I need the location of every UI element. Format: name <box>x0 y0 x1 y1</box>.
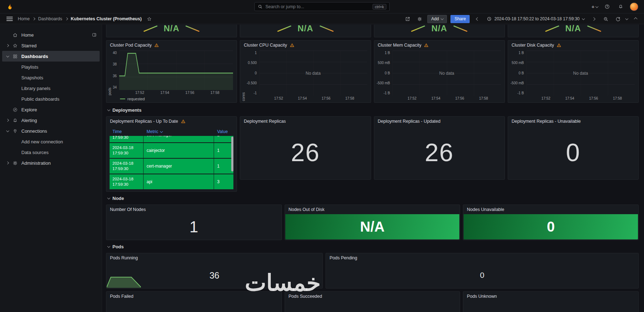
warning-icon[interactable] <box>556 43 561 48</box>
time-forward-button[interactable] <box>589 15 598 23</box>
favorite-star-icon[interactable] <box>145 15 153 23</box>
section-label: Node <box>112 196 124 201</box>
panel-pods-pending: Pods Pending 0 <box>326 253 639 289</box>
panel-title[interactable]: Cluster Mem Capacity <box>378 43 422 48</box>
add-button[interactable]: Add <box>427 15 447 23</box>
sidebar-item-label: Alerting <box>21 118 37 123</box>
table-row: 2024-03-18 17:59:30 cert-manager 1 <box>110 136 233 143</box>
section-header-deployments[interactable]: Deployments <box>107 106 639 114</box>
new-menu-button[interactable]: + <box>591 4 598 10</box>
sidebar-item-administration[interactable]: Administration <box>2 158 100 168</box>
chevron-right-icon <box>65 17 68 20</box>
panel-title[interactable]: Pods Running <box>110 255 138 260</box>
warning-icon[interactable] <box>424 43 429 48</box>
panel-title[interactable]: Pods Failed <box>110 294 133 299</box>
panel-title[interactable]: Deployment Replicas - Updated <box>378 119 440 124</box>
zoom-out-button[interactable] <box>601 15 610 23</box>
chart-plot-area[interactable]: No data <box>527 51 635 96</box>
dashboard-settings-gear-icon[interactable] <box>415 15 424 23</box>
warning-icon[interactable] <box>290 43 295 48</box>
warning-icon[interactable] <box>181 119 186 124</box>
export-icon[interactable] <box>403 15 412 23</box>
notifications-bell-button[interactable] <box>616 2 625 11</box>
stat-value: N/A <box>164 25 179 33</box>
stat-panel-na-3: N/A <box>374 25 505 37</box>
sidebar-item-library-panels[interactable]: Library panels <box>2 83 100 94</box>
sidebar-item-public-dashboards[interactable]: Public dashboards <box>2 94 100 104</box>
sidebar-item-label: Snapshots <box>21 75 43 80</box>
help-button[interactable] <box>603 2 611 11</box>
sidebar-item-label: Dashboards <box>21 54 48 59</box>
table-header-row: Time Metric Value <box>110 127 233 136</box>
refresh-interval-dropdown[interactable] <box>625 17 628 20</box>
sidebar-item-label: Public dashboards <box>21 96 59 102</box>
panel-title[interactable]: Nodes Unavailable <box>467 207 504 212</box>
panel-title[interactable]: Deployment Replicas - Unavailable <box>512 119 581 124</box>
chevron-right-icon <box>6 162 9 164</box>
chevron-down-icon <box>6 129 9 132</box>
user-avatar[interactable] <box>630 2 638 11</box>
dock-menu-icon[interactable] <box>92 32 97 37</box>
sidebar-item-playlists[interactable]: Playlists <box>2 62 100 72</box>
panel-title[interactable]: Pods Unknown <box>467 294 497 299</box>
stat-value: N/A <box>431 25 447 33</box>
column-header-time[interactable]: Time <box>110 129 144 134</box>
search-input[interactable]: Search or jump to... ctrl+k <box>254 2 390 11</box>
collapse-toolbar-button[interactable] <box>631 15 640 23</box>
panel-title[interactable]: Number Of Nodes <box>110 207 146 212</box>
sidebar-item-connections[interactable]: Connections <box>2 126 100 136</box>
stat-panel-na-1: N/A <box>106 25 237 37</box>
sidebar-item-alerting[interactable]: Alerting <box>2 115 100 126</box>
time-range-picker[interactable]: 2024-03-18 17:50:22 to 2024-03-18 17:59:… <box>485 16 586 21</box>
section-header-pods[interactable]: Pods <box>107 242 639 251</box>
breadcrumb-home[interactable]: Home <box>18 16 30 21</box>
chart-plot-area[interactable] <box>119 51 233 90</box>
panel-title[interactable]: Deployment Replicas <box>244 119 286 124</box>
sidebar-item-starred[interactable]: Starred <box>2 40 100 51</box>
panel-title[interactable]: Pods Pending <box>329 255 357 260</box>
section-header-node[interactable]: Node <box>107 194 639 202</box>
warning-icon[interactable] <box>154 43 159 48</box>
legend-item-requested[interactable]: requested <box>106 96 237 102</box>
panel-title[interactable]: Nodes Out of Disk <box>289 207 324 212</box>
home-icon <box>12 32 21 38</box>
panel-title[interactable]: Cluster Pod Capacity <box>110 43 152 48</box>
sidebar-item-snapshots[interactable]: Snapshots <box>2 72 100 83</box>
y-axis-ticks: 40383634 <box>112 51 119 95</box>
mega-menu-toggle[interactable] <box>6 17 13 21</box>
top-navigation-bar: Search or jump to... ctrl+k + <box>0 0 644 14</box>
panel-number-of-nodes: Number Of Nodes 1 <box>106 205 282 240</box>
panel-title[interactable]: Deployment Replicas - Up To Date <box>110 119 178 124</box>
panel-nodes-out-of-disk: Nodes Out of Disk N/A <box>285 205 460 240</box>
breadcrumb-dashboards[interactable]: Dashboards <box>38 16 62 21</box>
sidebar-item-home[interactable]: Home <box>2 30 100 40</box>
grafana-app: Search or jump to... ctrl+k + Home Dashb… <box>0 0 644 312</box>
sidebar-item-dashboards[interactable]: Dashboards <box>2 51 100 62</box>
share-button[interactable]: Share <box>450 15 470 23</box>
chart-plot-area[interactable]: No data <box>259 51 367 96</box>
table-scrollbar[interactable] <box>231 137 233 171</box>
time-back-button[interactable] <box>473 15 482 23</box>
sidebar-item-explore[interactable]: Explore <box>2 104 100 115</box>
stat-value: 0 <box>464 214 638 239</box>
panel-title[interactable]: Cluster CPU Capacity <box>244 43 287 48</box>
x-axis-ticks: 17:5217:5417:5617:58 <box>392 96 501 101</box>
dashboard-canvas: N/A N/A N/A N/A Cluster Pod Capacity pod… <box>102 25 644 312</box>
clock-icon <box>487 16 492 21</box>
chevron-down-icon <box>6 54 9 57</box>
y-axis-label: cores <box>242 51 246 101</box>
sparkline-segment <box>277 25 291 32</box>
stat-value: 0 <box>508 126 638 179</box>
grafana-logo-icon[interactable] <box>6 2 14 11</box>
toolbar-actions: Add Share 2024-03-18 17:50:22 to 2024-03… <box>403 15 640 23</box>
column-header-metric[interactable]: Metric <box>144 129 214 134</box>
sidebar-item-data-sources[interactable]: Data sources <box>2 147 100 158</box>
column-header-value[interactable]: Value <box>214 129 233 134</box>
chevron-right-icon <box>6 44 9 47</box>
panel-title[interactable]: Pods Succeeded <box>289 294 322 299</box>
chart-plot-area[interactable]: No data <box>392 51 501 96</box>
no-data-label: No data <box>392 51 501 96</box>
panel-title[interactable]: Cluster Disk Capacity <box>512 43 554 48</box>
sidebar-item-add-new-connection[interactable]: Add new connection <box>2 136 100 147</box>
refresh-button[interactable] <box>613 15 622 23</box>
